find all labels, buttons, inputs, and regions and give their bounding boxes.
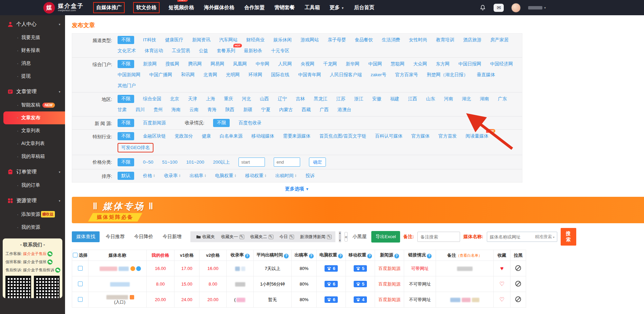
wechat-icon[interactable] — [47, 251, 53, 256]
filter-chip-东方网[interactable]: 东方网 — [436, 60, 450, 68]
filter-chip-山东[interactable]: 山东 — [426, 95, 435, 103]
filter-chip-其他门户[interactable]: 其他门户 — [118, 82, 136, 90]
price-range-input[interactable] — [238, 158, 265, 167]
nav-item-工具箱[interactable]: 工具箱 — [304, 2, 320, 13]
promo-banner[interactable]: ‖ 媒体专场 ‖ 媒体矩阵必备 — [72, 197, 644, 223]
filter-chip-投诉[interactable]: 投诉 — [306, 172, 315, 180]
cell-media-name[interactable] — [88, 261, 147, 276]
sort-arrows-icon[interactable]: ▲▼ — [179, 174, 181, 177]
filter-chip-综合全国[interactable]: 综合全国 — [143, 95, 161, 103]
nav-item-短视频价格[interactable]: 短视频价格HOT — [168, 2, 195, 13]
filter-chip-光明网[interactable]: 光明网 — [226, 71, 240, 79]
filter-chip-默认[interactable]: 默认 — [118, 172, 134, 180]
sort-arrows-icon[interactable]: ▲▼ — [265, 174, 267, 177]
favorite-heart-icon[interactable]: ♥ — [500, 265, 503, 272]
filter-chip-公益[interactable]: 公益 — [199, 47, 208, 55]
filter-chip-国际在线[interactable]: 国际在线 — [271, 71, 289, 79]
filter-chip-陕西[interactable]: 陕西 — [225, 106, 234, 114]
filter-chip-青海[interactable]: 青海 — [207, 106, 216, 114]
tab-今日新增[interactable]: 今日新增 — [159, 231, 185, 242]
brand-logo[interactable]: 媒 媒介盒子 meijiehezi.com — [43, 2, 84, 14]
filter-chip-黑龙江[interactable]: 黑龙江 — [314, 95, 328, 103]
filter-chip-移动端媒体[interactable]: 移动端媒体 — [251, 132, 274, 140]
filter-chip-搜狐网[interactable]: 搜狐网 — [166, 60, 180, 68]
tab-媒体查找[interactable]: 媒体查找 — [72, 231, 100, 242]
confirm-button[interactable]: 确定 — [309, 158, 326, 167]
filter-chip-港澳台[interactable]: 港澳台 — [338, 106, 352, 114]
filter-chip-西藏[interactable]: 西藏 — [302, 106, 311, 114]
filter-chip-不限[interactable]: 不限 — [118, 158, 134, 166]
remark-search-input[interactable] — [417, 232, 460, 242]
filter-chip-四川[interactable]: 四川 — [136, 106, 145, 114]
filter-chip-移动权重[interactable]: 移动权重▲▼ — [245, 172, 267, 180]
favorite-收藏夹一[interactable]: 收藏夹一✎ — [219, 234, 247, 240]
filter-chip-工业贸易[interactable]: 工业贸易 — [172, 47, 190, 55]
filter-chip-百科认可媒体[interactable]: 百科认可媒体 — [375, 132, 402, 140]
filter-chip-央视网[interactable]: 央视网 — [301, 60, 315, 68]
blacklist-icon[interactable] — [515, 281, 521, 287]
filter-chip-0~50[interactable]: 0~50 — [143, 159, 153, 166]
filter-chip-不限[interactable]: 不限 — [118, 36, 134, 44]
export-excel-button[interactable]: 导出Excel — [371, 231, 400, 243]
sidebar-section-资源管理[interactable]: 资源管理▾ — [0, 194, 65, 208]
filter-chip-官方百家号[interactable]: 官方百家号 — [395, 71, 418, 79]
filter-chip-亲子母婴[interactable]: 亲子母婴 — [328, 36, 346, 44]
filter-chip-腾讯网[interactable]: 腾讯网 — [188, 60, 202, 68]
help-icon[interactable]: ? — [394, 254, 399, 258]
help-icon[interactable]: ? — [338, 254, 343, 258]
filter-chip-不限[interactable]: 不限 — [213, 119, 230, 127]
weight-badge[interactable]: 5 — [354, 265, 367, 272]
filter-chip-慧聪网[interactable]: 慧聪网 — [391, 60, 405, 68]
sidebar-section-订单管理[interactable]: 订单管理▾ — [0, 165, 65, 179]
filter-chip-安徽[interactable]: 安徽 — [372, 95, 381, 103]
filter-chip-官方首发[interactable]: 官方首发 — [438, 132, 457, 140]
precise-search-dropdown[interactable]: 精准搜索 ▾ — [535, 234, 555, 240]
sidebar-item-我的草稿箱[interactable]: ·我的草稿箱 — [0, 150, 65, 163]
sort-arrows-icon[interactable]: ▲▼ — [234, 174, 236, 177]
filter-chip-中国新闻网[interactable]: 中国新闻网 — [118, 71, 141, 79]
filter-chip-出稿时间[interactable]: 出稿时间▲▼ — [275, 172, 297, 180]
filter-chip-河南[interactable]: 河南 — [444, 95, 453, 103]
filter-chip-新华网[interactable]: 新华网 — [346, 60, 360, 68]
filter-chip-出稿率[interactable]: 出稿率▲▼ — [189, 172, 206, 180]
filter-chip-环球网[interactable]: 环球网 — [249, 71, 263, 79]
row-checkbox[interactable] — [78, 266, 83, 271]
blacklist-icon[interactable] — [515, 296, 521, 302]
filter-chip-湖南[interactable]: 湖南 — [480, 95, 489, 103]
nav-item-更多[interactable]: 更多▼ — [329, 2, 345, 13]
sidebar-item-文章列表[interactable]: ·文章列表 — [0, 124, 65, 137]
filter-chip-酒店旅游[interactable]: 酒店旅游 — [463, 36, 481, 44]
filter-chip-垂直媒体[interactable]: 垂直媒体 — [477, 71, 495, 79]
favorites-scrollbar[interactable]: ▲ ▼ — [339, 231, 341, 242]
filter-chip-凤凰网[interactable]: 凤凰网 — [233, 60, 247, 68]
help-icon[interactable]: ? — [309, 254, 314, 258]
filter-chip-教育培训[interactable]: 教育培训 — [436, 36, 454, 44]
favorite-收藏夹二[interactable]: 收藏夹二✎ — [248, 234, 276, 240]
filter-chip-收录率[interactable]: 收录率▲▼ — [164, 172, 181, 180]
favorite-收藏夹[interactable]: 收藏夹 — [194, 234, 217, 240]
nav-item-合作加盟[interactable]: 合作加盟 — [244, 2, 265, 13]
sidebar-item-我要充值[interactable]: ·我要充值 — [0, 31, 65, 44]
filter-chip-娱乐休闲[interactable]: 娱乐休闲 — [273, 36, 292, 44]
collapse-button[interactable]: « — [345, 232, 348, 242]
filter-chip-新浪网[interactable]: 新浪网 — [143, 60, 157, 68]
sort-arrows-icon[interactable]: ▲▼ — [204, 174, 206, 177]
favorite-heart-icon[interactable]: ♡ — [499, 281, 504, 287]
filter-chip-中国经济网[interactable]: 中国经济网 — [490, 60, 513, 68]
wechat-icon[interactable] — [47, 259, 53, 265]
filter-chip-广西[interactable]: 广西 — [320, 106, 329, 114]
weight-badge[interactable]: 6 — [325, 265, 337, 272]
row-checkbox[interactable] — [78, 281, 83, 286]
nav-item-营销套餐[interactable]: 营销套餐 — [274, 2, 295, 13]
filter-chip-zaker号[interactable]: zaker号 — [371, 71, 387, 79]
filter-chip-中国青年网[interactable]: 中国青年网 — [298, 71, 321, 79]
search-button[interactable]: 搜索 — [561, 228, 576, 246]
filter-chip-生活消费[interactable]: 生活消费 — [382, 36, 400, 44]
filter-chip-百度包收录[interactable]: 百度包收录 — [238, 119, 262, 127]
help-icon[interactable]: ? — [284, 254, 289, 258]
blacklist-room-link[interactable]: 小黑屋 — [352, 234, 367, 240]
filter-chip-101~200[interactable]: 101~200 — [186, 159, 204, 166]
filter-chip-不限[interactable]: 不限 — [118, 60, 134, 68]
sort-arrows-icon[interactable]: ▲▼ — [153, 174, 155, 177]
sidebar-item-财务报表[interactable]: ·财务报表 — [0, 44, 65, 57]
